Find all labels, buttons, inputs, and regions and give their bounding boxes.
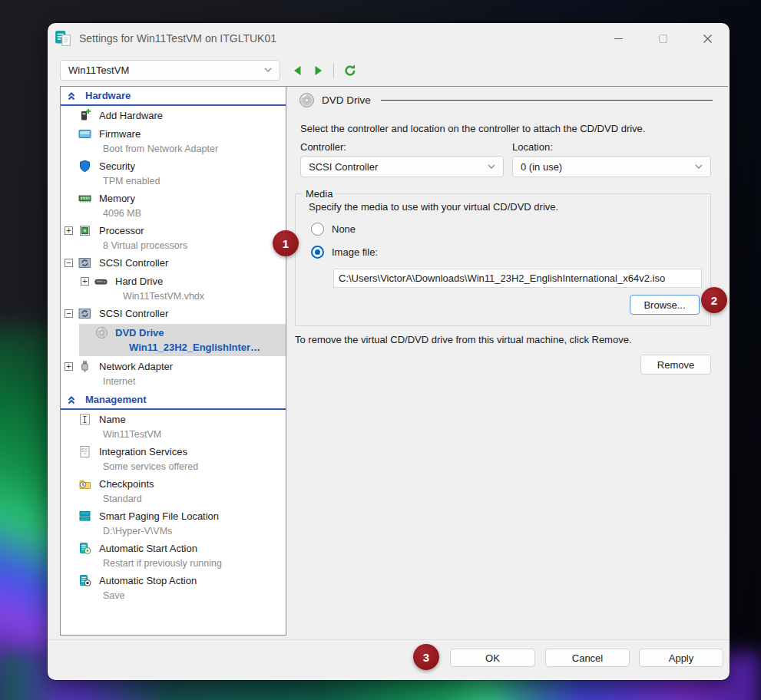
media-option-none[interactable]: None	[311, 222, 710, 236]
processor-icon	[78, 224, 91, 237]
vm-selector-value: Win11TestVM	[68, 64, 129, 76]
sidebar-item-label: Checkpoints	[95, 478, 286, 490]
add-hardware-icon	[78, 109, 91, 122]
annotation-step-1-badge: 1	[273, 230, 299, 256]
ok-button[interactable]: OK	[450, 649, 535, 667]
sidebar-item-label: Automatic Stop Action	[95, 575, 286, 586]
sidebar-item-label: Network Adapter	[95, 361, 286, 372]
sidebar-item-sublabel: TPM enabled	[61, 174, 286, 188]
sidebar-item-label: Processor	[95, 225, 286, 236]
sidebar-item-label: DVD Drive	[115, 327, 286, 338]
settings-app-icon	[55, 30, 71, 47]
chevron-down-icon	[695, 164, 703, 170]
browse-button[interactable]: Browse...	[630, 295, 700, 315]
sidebar-item-sublabel: Standard	[61, 492, 286, 506]
sidebar-item-auto-stop[interactable]: Automatic Stop Action	[61, 573, 286, 589]
vm-selector-dropdown[interactable]: Win11TestVM	[60, 60, 280, 81]
refresh-button[interactable]	[343, 64, 357, 78]
controller-label: Controller:	[300, 141, 512, 153]
memory-icon	[78, 192, 91, 205]
settings-window: Settings for Win11TestVM on ITGLTUK01 Wi…	[48, 23, 730, 680]
sidebar-header-label: Hardware	[85, 90, 131, 101]
radio-label: Image file:	[332, 246, 378, 258]
back-arrow-icon	[292, 64, 303, 77]
sidebar-item-dvd-drive-selected[interactable]: DVD Drive Win11_23H2_EnglishInter…	[79, 324, 286, 356]
sidebar-item-sublabel: Some services offered	[61, 460, 286, 474]
sidebar-item-firmware[interactable]: Firmware	[61, 126, 286, 142]
apply-button[interactable]: Apply	[639, 649, 723, 667]
sidebar-header-label: Management	[85, 394, 146, 405]
maximize-button[interactable]	[640, 23, 685, 54]
tree-expander-icon[interactable]: +	[81, 277, 89, 286]
location-select[interactable]: 0 (in use)	[512, 156, 711, 177]
tree-expander-icon[interactable]: −	[65, 309, 73, 318]
chevron-down-icon	[264, 68, 272, 73]
annotation-step-3-badge: 3	[413, 644, 439, 670]
navigate-back-button[interactable]	[292, 64, 303, 77]
sidebar-item-sublabel: Internet	[61, 375, 286, 388]
sidebar-item-scsi-controller-1[interactable]: − SCSI Controller	[61, 255, 286, 271]
minimize-icon	[614, 34, 624, 44]
sidebar-item-sublabel: 4096 MB	[61, 206, 286, 220]
footer-divider	[48, 639, 730, 640]
tree-expander-icon[interactable]: +	[65, 226, 73, 235]
controller-select[interactable]: SCSI Controller	[300, 156, 504, 177]
firmware-icon	[78, 127, 91, 140]
sidebar-item-add-hardware[interactable]: Add Hardware	[61, 107, 286, 124]
location-select-value: 0 (in use)	[521, 161, 562, 173]
image-file-path-input[interactable]	[333, 269, 702, 288]
name-text-icon	[78, 413, 91, 426]
sidebar-item-label: SCSI Controller	[95, 308, 286, 319]
radio-selected-icon[interactable]	[311, 246, 324, 259]
collapse-double-chevron-icon	[66, 91, 77, 101]
sidebar-item-memory[interactable]: Memory	[61, 190, 286, 206]
close-icon	[703, 34, 713, 44]
sidebar-item-label: Add Hardware	[95, 110, 286, 121]
tree-expander-icon[interactable]: +	[65, 362, 73, 371]
sidebar-item-sublabel: D:\Hyper-V\VMs	[61, 524, 286, 538]
panel-title-rule	[381, 100, 713, 101]
sidebar-item-processor[interactable]: + Processor	[61, 223, 286, 239]
sidebar-item-sublabel: Win11_23H2_EnglishInter…	[79, 340, 286, 355]
toolbar-separator	[333, 63, 334, 78]
dvd-disc-icon	[95, 326, 108, 339]
remove-button[interactable]: Remove	[640, 355, 711, 375]
radio-unselected-icon[interactable]	[311, 223, 324, 236]
window-controls	[596, 23, 730, 54]
sidebar-item-sublabel: 8 Virtual processors	[61, 239, 286, 253]
annotation-step-2-badge: 2	[701, 287, 727, 313]
sidebar-item-security[interactable]: Security	[61, 158, 286, 174]
sidebar-item-checkpoints[interactable]: Checkpoints	[61, 476, 286, 492]
sidebar-item-integration-services[interactable]: Integration Services	[61, 444, 286, 460]
scsi-controller-icon	[78, 307, 91, 320]
media-description: Specify the media to use with your virtu…	[309, 201, 710, 213]
auto-start-action-icon	[78, 542, 91, 555]
collapse-double-chevron-icon	[66, 395, 77, 405]
section-underline	[61, 408, 286, 410]
panel-title: DVD Drive	[322, 94, 371, 106]
cancel-button[interactable]: Cancel	[545, 649, 630, 667]
auto-stop-action-icon	[78, 574, 91, 587]
sidebar-section-management[interactable]: Management	[61, 391, 286, 408]
minimize-button[interactable]	[596, 23, 640, 54]
media-option-image-file[interactable]: Image file:	[311, 245, 710, 259]
integration-services-icon	[78, 445, 91, 458]
sidebar-item-sublabel: Restart if previously running	[61, 556, 286, 570]
sidebar-item-label: Firmware	[95, 128, 286, 140]
tree-expander-icon[interactable]: −	[65, 259, 73, 267]
sidebar-item-smart-paging[interactable]: Smart Paging File Location	[61, 508, 286, 524]
sidebar-item-auto-start[interactable]: Automatic Start Action	[61, 540, 286, 556]
navigate-forward-button[interactable]	[313, 64, 324, 77]
smart-paging-icon	[78, 510, 91, 523]
sidebar-item-network-adapter[interactable]: + Network Adapter	[61, 358, 286, 375]
sidebar-item-name[interactable]: Name	[61, 411, 286, 428]
sidebar-item-sublabel: Save	[61, 589, 286, 603]
network-adapter-icon	[78, 360, 91, 373]
sidebar-item-hard-drive[interactable]: + Hard Drive	[61, 273, 286, 289]
close-button[interactable]	[685, 23, 730, 54]
sidebar-item-scsi-controller-2[interactable]: − SCSI Controller	[61, 305, 286, 322]
sidebar-item-label: Name	[95, 414, 286, 425]
media-groupbox: Media Specify the media to use with your…	[295, 188, 711, 326]
sidebar-section-hardware[interactable]: Hardware	[61, 87, 286, 104]
remove-hint-text: To remove the virtual CD/DVD drive from …	[295, 334, 728, 345]
